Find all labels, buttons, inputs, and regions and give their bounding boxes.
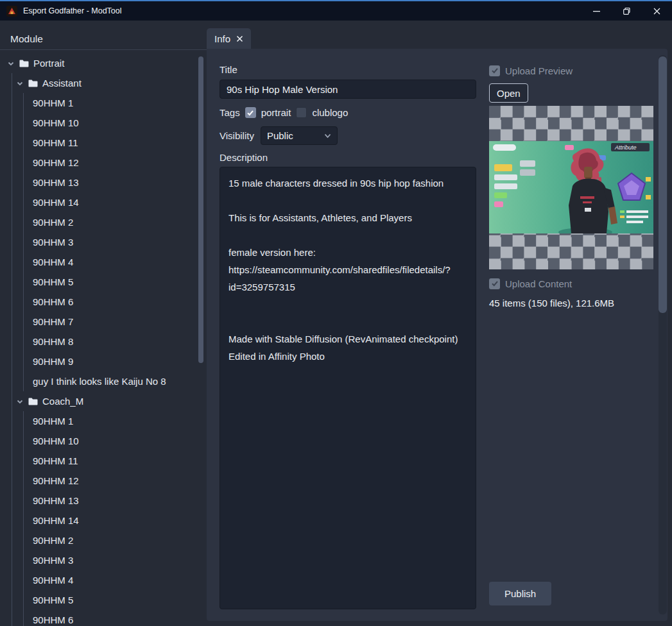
checkbox-clublogo[interactable]	[296, 107, 307, 118]
upload-column: Upload Preview Open	[489, 64, 653, 609]
main-area: Info Title Tags portrait	[207, 28, 668, 626]
tab-info-label: Info	[214, 33, 230, 44]
tree-item[interactable]: 90HHM 1	[0, 93, 207, 113]
tags-row: Tags portrait clublogo	[220, 107, 476, 118]
preview-image: Attribute	[489, 141, 653, 233]
tree-item[interactable]: 90HHM 14	[0, 511, 207, 530]
tree-item-assistant[interactable]: Assistant	[0, 73, 207, 93]
module-tree[interactable]: Portrait Assistant 90HHM 1 90HHM 10 90HH…	[0, 50, 207, 626]
publish-button[interactable]: Publish	[489, 582, 551, 605]
tab-close-icon[interactable]	[236, 35, 243, 42]
check-icon	[246, 109, 254, 117]
visibility-row: Visibility Public	[220, 126, 476, 145]
upload-preview-label: Upload Preview	[505, 65, 573, 76]
tree-item[interactable]: 90HHM 1	[0, 411, 207, 431]
titlebar[interactable]: Esport Godfather - ModTool	[0, 1, 672, 21]
maximize-button[interactable]	[612, 1, 642, 21]
window-title: Esport Godfather - ModTool	[23, 6, 122, 15]
sidebar-header: Module	[0, 28, 207, 50]
maximize-icon	[623, 8, 630, 15]
check-icon	[491, 67, 499, 74]
minimize-button[interactable]	[582, 1, 612, 21]
description-label: Description	[220, 152, 476, 163]
tab-bar: Info	[207, 28, 668, 49]
tree-item-coach-m[interactable]: Coach_M	[0, 391, 207, 411]
tree-item[interactable]: 90HHM 8	[0, 332, 207, 351]
tag-portrait-label: portrait	[261, 107, 291, 118]
tree-item[interactable]: 90HHM 3	[0, 232, 207, 252]
tree-item[interactable]: 90HHM 14	[0, 192, 207, 212]
chevron-down-icon[interactable]	[16, 80, 24, 87]
module-sidebar: Module Portrait Assistant 90HHM 1 90HHM …	[0, 28, 207, 626]
folder-icon	[28, 80, 38, 87]
app-icon	[6, 6, 17, 17]
folder-icon	[28, 398, 38, 405]
visibility-label: Visibility	[220, 130, 254, 141]
tab-info[interactable]: Info	[207, 28, 251, 49]
visibility-value: Public	[267, 130, 293, 141]
visibility-select[interactable]: Public	[261, 126, 338, 145]
close-icon	[653, 8, 660, 15]
folder-icon	[19, 60, 29, 67]
tree-item[interactable]: 90HHM 13	[0, 173, 207, 192]
checkbox-upload-content[interactable]	[489, 278, 500, 289]
sidebar-scrollbar[interactable]	[198, 55, 204, 623]
main-scrollbar-thumb[interactable]	[659, 56, 667, 313]
tree-item[interactable]: 90HHM 4	[0, 252, 207, 272]
tree-item[interactable]: 90HHM 3	[0, 550, 207, 570]
tree-item[interactable]: 90HHM 7	[0, 312, 207, 332]
chevron-down-icon[interactable]	[7, 60, 15, 67]
minimize-icon	[593, 8, 600, 15]
tree-item-portrait[interactable]: Portrait	[0, 53, 207, 73]
preview-transparency-area: Attribute	[489, 106, 653, 269]
description-textarea[interactable]: 15 male characters dressed in 90s hip ho…	[220, 167, 476, 609]
upload-preview-row: Upload Preview	[489, 64, 653, 77]
tree-item[interactable]: 90HHM 10	[0, 431, 207, 451]
tree-item[interactable]: 90HHM 4	[0, 570, 207, 590]
tree-item[interactable]: 90HHM 6	[0, 292, 207, 312]
tree-item[interactable]: 90HHM 2	[0, 530, 207, 550]
title-input[interactable]	[220, 80, 476, 99]
check-icon	[491, 280, 499, 287]
tree-item[interactable]: 90HHM 11	[0, 133, 207, 153]
tag-clublogo-label: clublogo	[312, 107, 348, 118]
tree-item[interactable]: 90HHM 5	[0, 272, 207, 292]
preview-overlay-text: Attribute	[614, 144, 637, 151]
sidebar-scrollbar-thumb[interactable]	[198, 56, 203, 363]
checkbox-upload-preview[interactable]	[489, 65, 500, 76]
tree-item[interactable]: 90HHM 13	[0, 491, 207, 511]
tree-item[interactable]: 90HHM 6	[0, 610, 207, 626]
title-label: Title	[220, 64, 476, 75]
close-button[interactable]	[642, 1, 672, 21]
main-scrollbar[interactable]	[659, 55, 667, 614]
tree-item[interactable]: 90HHM 5	[0, 590, 207, 610]
tree-item[interactable]: guy I think looks like Kaiju No 8	[0, 371, 207, 391]
chevron-down-icon[interactable]	[16, 398, 24, 405]
upload-content-label: Upload Content	[505, 278, 572, 289]
chevron-down-icon	[324, 133, 331, 139]
upload-content-row: Upload Content	[489, 277, 653, 290]
open-button[interactable]: Open	[489, 83, 528, 103]
tags-label: Tags	[220, 107, 240, 118]
tree-item[interactable]: 90HHM 10	[0, 113, 207, 133]
tree-item[interactable]: 90HHM 11	[0, 451, 207, 471]
app-window: Esport Godfather - ModTool Module	[0, 0, 672, 626]
upload-stats: 45 items (150 files), 121.6MB	[489, 298, 653, 309]
info-panel: Title Tags portrait clublogo Visibility	[207, 49, 668, 621]
checkbox-portrait[interactable]	[245, 107, 256, 118]
tree-item[interactable]: 90HHM 2	[0, 212, 207, 232]
tree-item[interactable]: 90HHM 9	[0, 351, 207, 371]
form-column: Title Tags portrait clublogo Visibility	[220, 64, 476, 609]
tree-item[interactable]: 90HHM 12	[0, 153, 207, 173]
tree-item[interactable]: 90HHM 12	[0, 471, 207, 491]
